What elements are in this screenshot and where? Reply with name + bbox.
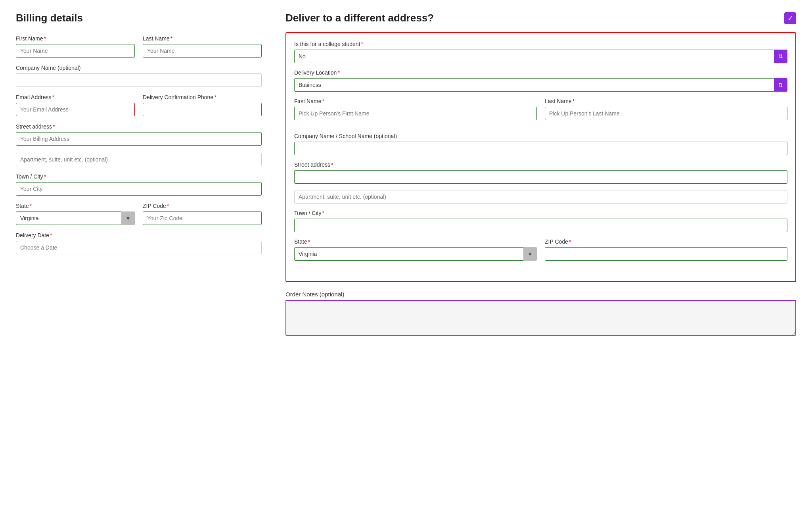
billing-city-label: Town / City* — [16, 173, 262, 180]
delivery-last-name-input[interactable] — [545, 107, 787, 120]
billing-contact-row: Email Address* Delivery Confirmation Pho… — [16, 94, 262, 116]
billing-email-label: Email Address* — [16, 94, 135, 100]
delivery-last-name-label: Last Name* — [545, 98, 787, 104]
delivery-zip-label: ZIP Code* — [545, 238, 787, 245]
billing-state-label: State* — [16, 203, 135, 209]
billing-city-group: Town / City* — [16, 173, 262, 196]
deliver-different-checkbox[interactable]: ✓ — [784, 12, 796, 24]
delivery-zip-input[interactable]: 23662 — [545, 247, 787, 261]
college-student-label: Is this for a college student* — [294, 41, 787, 47]
billing-company-input[interactable] — [16, 73, 262, 87]
billing-phone-input[interactable]: 555-555-5555 — [143, 103, 262, 116]
delivery-state-select[interactable]: Virginia — [294, 247, 537, 261]
billing-email-input[interactable] — [16, 103, 135, 116]
college-student-select[interactable]: No Yes — [294, 50, 787, 63]
billing-state-select[interactable]: Virginia — [16, 211, 135, 225]
billing-section: Billing details First Name* Last Name* C… — [16, 12, 262, 261]
delivery-location-group: Delivery Location* Business Residence ⇅ — [294, 69, 787, 92]
checkmark-icon: ✓ — [787, 14, 793, 23]
billing-delivery-date-group: Delivery Date* — [16, 232, 262, 254]
delivery-city-label: Town / City* — [294, 210, 787, 216]
billing-title: Billing details — [16, 12, 262, 24]
billing-company-group: Company Name (optional) — [16, 65, 262, 87]
delivery-street-input[interactable]: 475 Wythe Creek Road — [294, 170, 787, 184]
delivery-state-label: State* — [294, 238, 537, 245]
billing-street-group: Street address* — [16, 123, 262, 146]
delivery-street-group: Street address* 475 Wythe Creek Road — [294, 161, 787, 184]
billing-last-name-label: Last Name* — [143, 35, 262, 42]
billing-phone-label: Delivery Confirmation Phone* — [143, 94, 262, 100]
delivery-name-row: First Name* Last Name* — [294, 98, 787, 127]
page-container: Billing details First Name* Last Name* C… — [16, 12, 796, 337]
delivery-title: Deliver to a different address? — [285, 12, 434, 24]
delivery-company-label: Company Name / School Name (optional) — [294, 133, 787, 139]
billing-company-label: Company Name (optional) — [16, 65, 262, 71]
billing-zip-group: ZIP Code* — [143, 203, 262, 225]
delivery-first-name-group: First Name* — [294, 98, 537, 120]
delivery-city-input[interactable]: Poquoson — [294, 219, 787, 232]
delivery-street-label: Street address* — [294, 161, 787, 168]
delivery-company-input[interactable]: Bean's Ice Cream — [294, 142, 787, 155]
billing-name-row: First Name* Last Name* — [16, 35, 262, 58]
delivery-location-select[interactable]: Business Residence — [294, 78, 787, 92]
delivery-location-wrapper: Business Residence ⇅ — [294, 78, 787, 92]
billing-city-input[interactable] — [16, 182, 262, 196]
billing-email-group: Email Address* — [16, 94, 135, 116]
order-notes-label: Order Notes (optional) — [285, 291, 796, 298]
delivery-state-wrapper: Virginia ▼ — [294, 247, 537, 261]
delivery-first-name-label: First Name* — [294, 98, 537, 104]
billing-first-name-label: First Name* — [16, 35, 135, 42]
delivery-zip-group: ZIP Code* 23662 — [545, 238, 787, 261]
billing-last-name-input[interactable] — [143, 44, 262, 58]
delivery-apt-group — [294, 190, 787, 204]
delivery-apt-input[interactable] — [294, 190, 787, 204]
billing-street-input[interactable] — [16, 132, 262, 146]
billing-zip-input[interactable] — [143, 211, 262, 225]
delivery-section: Deliver to a different address? ✓ Is thi… — [285, 12, 796, 337]
delivery-city-group: Town / City* Poquoson — [294, 210, 787, 232]
college-student-group: Is this for a college student* No Yes ⇅ — [294, 41, 787, 63]
billing-first-name-group: First Name* — [16, 35, 135, 58]
billing-street-label: Street address* — [16, 123, 262, 130]
billing-first-name-input[interactable] — [16, 44, 135, 58]
order-notes-textarea[interactable] — [285, 300, 796, 336]
billing-phone-group: Delivery Confirmation Phone* 555-555-555… — [143, 94, 262, 116]
billing-state-wrapper: Virginia ▼ — [16, 211, 135, 225]
college-student-wrapper: No Yes ⇅ — [294, 50, 787, 63]
delivery-location-label: Delivery Location* — [294, 69, 787, 76]
delivery-box: Is this for a college student* No Yes ⇅ … — [285, 32, 796, 282]
billing-last-name-group: Last Name* — [143, 35, 262, 58]
delivery-first-name-input[interactable] — [294, 107, 537, 120]
billing-apt-input[interactable] — [16, 153, 262, 166]
delivery-state-zip-row: State* Virginia ▼ ZIP Code* 23662 — [294, 238, 787, 267]
billing-delivery-date-input[interactable] — [16, 241, 262, 254]
billing-apt-group — [16, 153, 262, 166]
delivery-state-group: State* Virginia ▼ — [294, 238, 537, 261]
billing-state-zip-row: State* Virginia ▼ ZIP Code* — [16, 203, 262, 225]
billing-zip-label: ZIP Code* — [143, 203, 262, 209]
delivery-company-group: Company Name / School Name (optional) Be… — [294, 133, 787, 155]
delivery-last-name-group: Last Name* — [545, 98, 787, 120]
delivery-header: Deliver to a different address? ✓ — [285, 12, 796, 24]
billing-state-group: State* Virginia ▼ — [16, 203, 135, 225]
billing-delivery-date-label: Delivery Date* — [16, 232, 262, 238]
order-notes-section: Order Notes (optional) — [285, 291, 796, 337]
